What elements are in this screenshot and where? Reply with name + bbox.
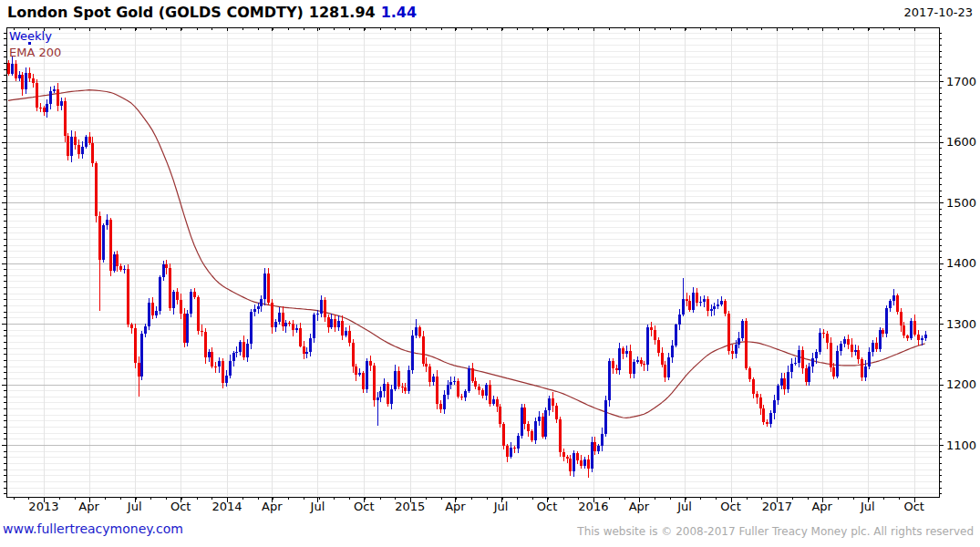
- axis-ticks: [2, 27, 944, 502]
- price-chart: 17001600150014001300120011002013AprJulOc…: [0, 0, 980, 547]
- svg-text:Jul: Jul: [310, 500, 325, 513]
- svg-text:Oct: Oct: [170, 500, 191, 513]
- legend-ema: EMA 200: [9, 46, 61, 59]
- svg-text:Jul: Jul: [676, 500, 692, 513]
- svg-text:1600: 1600: [946, 135, 976, 149]
- svg-text:Oct: Oct: [903, 500, 923, 513]
- svg-text:2016: 2016: [578, 500, 608, 513]
- x-axis-labels: 2013AprJulOct2014AprJulOct2015AprJulOct2…: [28, 500, 924, 513]
- legend-price-marker: [28, 42, 31, 45]
- svg-text:Apr: Apr: [811, 500, 832, 513]
- svg-text:Oct: Oct: [720, 500, 740, 513]
- svg-text:1400: 1400: [946, 256, 976, 270]
- svg-text:1700: 1700: [946, 75, 976, 88]
- svg-text:Apr: Apr: [629, 500, 650, 513]
- svg-text:Jul: Jul: [493, 500, 509, 513]
- svg-text:Apr: Apr: [445, 500, 466, 513]
- svg-text:Apr: Apr: [78, 500, 99, 513]
- svg-text:2015: 2015: [395, 500, 425, 513]
- grid-vertical-quarters: [45, 28, 915, 496]
- svg-text:2017: 2017: [762, 500, 792, 513]
- legend-timeframe: Weekly: [9, 29, 52, 43]
- ema-line: [8, 90, 925, 418]
- svg-text:1500: 1500: [946, 196, 976, 210]
- svg-text:1300: 1300: [946, 317, 976, 331]
- footer-site-link[interactable]: www.fullertreacymoney.com: [3, 521, 183, 536]
- svg-text:2013: 2013: [28, 500, 58, 513]
- svg-text:1200: 1200: [946, 377, 976, 391]
- svg-text:2014: 2014: [211, 500, 242, 513]
- footer-copyright: This website is © 2008-2017 Fuller Treac…: [577, 525, 974, 538]
- svg-text:Oct: Oct: [537, 500, 557, 513]
- svg-text:Apr: Apr: [262, 500, 283, 513]
- svg-text:Oct: Oct: [354, 500, 374, 513]
- svg-text:Jul: Jul: [127, 500, 142, 513]
- svg-text:Jul: Jul: [860, 500, 875, 513]
- chart-page: London Spot Gold (GOLDS COMDTY)1281.941.…: [0, 0, 980, 547]
- svg-text:1100: 1100: [946, 439, 976, 452]
- y-axis-labels: 1700160015001400130012001100: [946, 75, 976, 452]
